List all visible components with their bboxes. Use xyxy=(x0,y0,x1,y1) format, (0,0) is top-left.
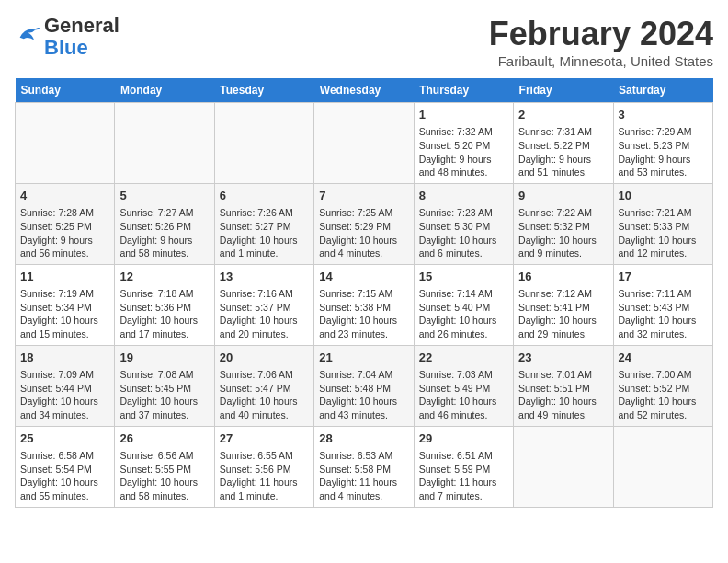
day-number: 29 xyxy=(419,431,508,447)
logo-bird-icon xyxy=(15,24,40,46)
day-cell: 9Sunrise: 7:22 AM Sunset: 5:32 PM Daylig… xyxy=(514,183,613,264)
day-cell: 24Sunrise: 7:00 AM Sunset: 5:52 PM Dayli… xyxy=(613,345,712,426)
day-info: Sunrise: 7:29 AM Sunset: 5:23 PM Dayligh… xyxy=(619,125,708,179)
logo: General Blue xyxy=(15,15,119,59)
header-cell-saturday: Saturday xyxy=(613,78,712,103)
day-number: 14 xyxy=(319,269,408,285)
day-info: Sunrise: 7:32 AM Sunset: 5:20 PM Dayligh… xyxy=(419,125,508,179)
day-number: 7 xyxy=(319,188,408,204)
day-number: 1 xyxy=(419,107,508,123)
day-cell xyxy=(214,103,313,184)
day-cell: 6Sunrise: 7:26 AM Sunset: 5:27 PM Daylig… xyxy=(214,183,313,264)
day-number: 20 xyxy=(220,350,309,366)
week-row-4: 18Sunrise: 7:09 AM Sunset: 5:44 PM Dayli… xyxy=(16,345,713,426)
day-info: Sunrise: 7:00 AM Sunset: 5:52 PM Dayligh… xyxy=(619,368,708,422)
header-cell-friday: Friday xyxy=(514,78,613,103)
subtitle: Faribault, Minnesota, United States xyxy=(489,53,713,69)
day-cell: 28Sunrise: 6:53 AM Sunset: 5:58 PM Dayli… xyxy=(314,426,414,507)
day-number: 3 xyxy=(619,107,708,123)
day-number: 12 xyxy=(119,269,209,285)
logo-text-line1: General xyxy=(44,15,119,37)
logo-text-line2: Blue xyxy=(44,37,119,59)
calendar-body: 1Sunrise: 7:32 AM Sunset: 5:20 PM Daylig… xyxy=(16,103,713,508)
week-row-1: 1Sunrise: 7:32 AM Sunset: 5:20 PM Daylig… xyxy=(16,103,713,184)
day-info: Sunrise: 7:15 AM Sunset: 5:38 PM Dayligh… xyxy=(319,287,408,341)
day-info: Sunrise: 6:51 AM Sunset: 5:59 PM Dayligh… xyxy=(419,449,508,503)
day-info: Sunrise: 7:16 AM Sunset: 5:37 PM Dayligh… xyxy=(220,287,309,341)
week-row-5: 25Sunrise: 6:58 AM Sunset: 5:54 PM Dayli… xyxy=(16,426,713,507)
day-info: Sunrise: 7:09 AM Sunset: 5:44 PM Dayligh… xyxy=(20,368,109,422)
day-number: 9 xyxy=(518,188,608,204)
day-number: 27 xyxy=(220,431,309,447)
day-info: Sunrise: 7:01 AM Sunset: 5:51 PM Dayligh… xyxy=(518,368,608,422)
day-cell: 14Sunrise: 7:15 AM Sunset: 5:38 PM Dayli… xyxy=(314,264,414,345)
day-info: Sunrise: 7:06 AM Sunset: 5:47 PM Dayligh… xyxy=(220,368,309,422)
day-info: Sunrise: 7:14 AM Sunset: 5:40 PM Dayligh… xyxy=(419,287,508,341)
day-cell: 22Sunrise: 7:03 AM Sunset: 5:49 PM Dayli… xyxy=(414,345,513,426)
header-cell-sunday: Sunday xyxy=(16,78,115,103)
day-number: 16 xyxy=(518,269,608,285)
day-cell: 29Sunrise: 6:51 AM Sunset: 5:59 PM Dayli… xyxy=(414,426,513,507)
day-number: 21 xyxy=(319,350,408,366)
day-info: Sunrise: 7:26 AM Sunset: 5:27 PM Dayligh… xyxy=(220,206,309,260)
day-info: Sunrise: 6:58 AM Sunset: 5:54 PM Dayligh… xyxy=(20,449,109,503)
day-number: 23 xyxy=(518,350,608,366)
day-info: Sunrise: 7:28 AM Sunset: 5:25 PM Dayligh… xyxy=(20,206,109,260)
week-row-3: 11Sunrise: 7:19 AM Sunset: 5:34 PM Dayli… xyxy=(16,264,713,345)
day-number: 6 xyxy=(220,188,309,204)
day-cell: 12Sunrise: 7:18 AM Sunset: 5:36 PM Dayli… xyxy=(115,264,214,345)
header-cell-thursday: Thursday xyxy=(414,78,513,103)
day-info: Sunrise: 7:03 AM Sunset: 5:49 PM Dayligh… xyxy=(419,368,508,422)
day-info: Sunrise: 6:53 AM Sunset: 5:58 PM Dayligh… xyxy=(319,449,408,503)
day-cell: 11Sunrise: 7:19 AM Sunset: 5:34 PM Dayli… xyxy=(16,264,115,345)
day-cell: 3Sunrise: 7:29 AM Sunset: 5:23 PM Daylig… xyxy=(613,103,712,184)
day-number: 24 xyxy=(619,350,708,366)
day-cell: 25Sunrise: 6:58 AM Sunset: 5:54 PM Dayli… xyxy=(16,426,115,507)
header: General Blue February 2024 Faribault, Mi… xyxy=(15,15,713,69)
week-row-2: 4Sunrise: 7:28 AM Sunset: 5:25 PM Daylig… xyxy=(16,183,713,264)
day-number: 22 xyxy=(419,350,508,366)
day-info: Sunrise: 7:31 AM Sunset: 5:22 PM Dayligh… xyxy=(518,125,608,179)
day-cell: 23Sunrise: 7:01 AM Sunset: 5:51 PM Dayli… xyxy=(514,345,613,426)
day-cell: 16Sunrise: 7:12 AM Sunset: 5:41 PM Dayli… xyxy=(514,264,613,345)
day-number: 10 xyxy=(619,188,708,204)
day-cell: 1Sunrise: 7:32 AM Sunset: 5:20 PM Daylig… xyxy=(414,103,513,184)
day-number: 2 xyxy=(518,107,608,123)
day-cell: 13Sunrise: 7:16 AM Sunset: 5:37 PM Dayli… xyxy=(214,264,313,345)
calendar-table: SundayMondayTuesdayWednesdayThursdayFrid… xyxy=(15,78,713,508)
day-number: 18 xyxy=(20,350,109,366)
day-number: 19 xyxy=(119,350,209,366)
day-cell: 18Sunrise: 7:09 AM Sunset: 5:44 PM Dayli… xyxy=(16,345,115,426)
day-cell: 5Sunrise: 7:27 AM Sunset: 5:26 PM Daylig… xyxy=(115,183,214,264)
day-number: 4 xyxy=(20,188,109,204)
day-cell: 15Sunrise: 7:14 AM Sunset: 5:40 PM Dayli… xyxy=(414,264,513,345)
day-info: Sunrise: 7:27 AM Sunset: 5:26 PM Dayligh… xyxy=(119,206,209,260)
day-cell xyxy=(314,103,414,184)
day-cell xyxy=(115,103,214,184)
day-info: Sunrise: 7:19 AM Sunset: 5:34 PM Dayligh… xyxy=(20,287,109,341)
day-info: Sunrise: 7:22 AM Sunset: 5:32 PM Dayligh… xyxy=(518,206,608,260)
day-number: 28 xyxy=(319,431,408,447)
day-number: 8 xyxy=(419,188,508,204)
day-info: Sunrise: 7:21 AM Sunset: 5:33 PM Dayligh… xyxy=(619,206,708,260)
day-info: Sunrise: 7:04 AM Sunset: 5:48 PM Dayligh… xyxy=(319,368,408,422)
day-info: Sunrise: 7:12 AM Sunset: 5:41 PM Dayligh… xyxy=(518,287,608,341)
day-cell: 10Sunrise: 7:21 AM Sunset: 5:33 PM Dayli… xyxy=(613,183,712,264)
day-cell: 8Sunrise: 7:23 AM Sunset: 5:30 PM Daylig… xyxy=(414,183,513,264)
day-number: 25 xyxy=(20,431,109,447)
day-info: Sunrise: 7:25 AM Sunset: 5:29 PM Dayligh… xyxy=(319,206,408,260)
day-info: Sunrise: 6:56 AM Sunset: 5:55 PM Dayligh… xyxy=(119,449,209,503)
day-cell: 27Sunrise: 6:55 AM Sunset: 5:56 PM Dayli… xyxy=(214,426,313,507)
day-number: 11 xyxy=(20,269,109,285)
day-cell: 21Sunrise: 7:04 AM Sunset: 5:48 PM Dayli… xyxy=(314,345,414,426)
day-cell: 20Sunrise: 7:06 AM Sunset: 5:47 PM Dayli… xyxy=(214,345,313,426)
day-info: Sunrise: 7:23 AM Sunset: 5:30 PM Dayligh… xyxy=(419,206,508,260)
day-cell: 7Sunrise: 7:25 AM Sunset: 5:29 PM Daylig… xyxy=(314,183,414,264)
main-title: February 2024 xyxy=(489,15,713,53)
day-cell: 4Sunrise: 7:28 AM Sunset: 5:25 PM Daylig… xyxy=(16,183,115,264)
header-cell-tuesday: Tuesday xyxy=(214,78,313,103)
day-number: 13 xyxy=(220,269,309,285)
header-cell-wednesday: Wednesday xyxy=(314,78,414,103)
day-number: 17 xyxy=(619,269,708,285)
day-info: Sunrise: 7:11 AM Sunset: 5:43 PM Dayligh… xyxy=(619,287,708,341)
